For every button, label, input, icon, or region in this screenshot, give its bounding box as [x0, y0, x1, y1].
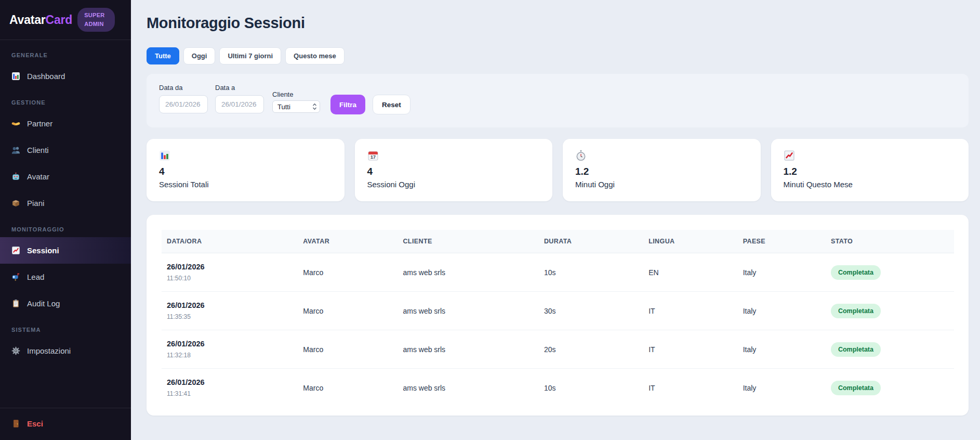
session-time: 11:32:18: [167, 352, 293, 359]
stopwatch-icon: [575, 150, 587, 161]
status-badge: Completata: [831, 342, 881, 357]
sidebar-item-piani[interactable]: Piani: [0, 190, 131, 216]
sidebar-item-label: Dashboard: [27, 72, 65, 81]
sidebar-item-label: Impostazioni: [27, 346, 71, 355]
tab-questo-mese[interactable]: Questo mese: [285, 47, 345, 64]
session-lingua: IT: [643, 292, 737, 330]
date-to-label: Data a: [215, 84, 264, 92]
column-header-durata: DURATA: [539, 230, 643, 253]
column-header-lingua: LINGUA: [643, 230, 737, 253]
date-to-field: Data a: [215, 84, 264, 113]
session-paese: Italy: [738, 330, 826, 369]
table-row: 26/01/202611:50:10 Marco ams web srls 10…: [162, 253, 954, 292]
session-date: 26/01/2026: [167, 263, 293, 271]
tab-tutte[interactable]: Tutte: [147, 47, 179, 64]
sidebar-item-lead[interactable]: Lead: [0, 264, 131, 290]
chart-up-icon: [784, 150, 795, 161]
select-chevrons-icon: [312, 103, 317, 110]
session-durata: 10s: [539, 369, 643, 407]
date-to-input[interactable]: [215, 95, 264, 113]
session-paese: Italy: [738, 292, 826, 330]
period-tabs: Tutte Oggi Ultimi 7 giorni Questo mese: [147, 47, 969, 64]
session-durata: 20s: [539, 330, 643, 369]
session-avatar: Marco: [298, 292, 398, 330]
sidebar-item-clienti[interactable]: Clienti: [0, 137, 131, 163]
session-cliente: ams web srls: [398, 330, 538, 369]
handshake-icon: [11, 119, 20, 128]
tab-ultimi-7-giorni[interactable]: Ultimi 7 giorni: [219, 47, 281, 64]
filtra-button[interactable]: Filtra: [330, 95, 365, 114]
session-time: 11:31:41: [167, 390, 293, 397]
bar-chart-icon: [159, 150, 170, 161]
stat-label: Sessioni Oggi: [367, 180, 540, 189]
tab-oggi[interactable]: Oggi: [183, 47, 216, 64]
session-durata: 10s: [539, 253, 643, 292]
session-paese: Italy: [738, 253, 826, 292]
sidebar-item-impostazioni[interactable]: Impostazioni: [0, 338, 131, 364]
date-from-input[interactable]: [159, 95, 208, 113]
table-row: 26/01/202611:31:41 Marco ams web srls 10…: [162, 369, 954, 407]
table-header-row: DATA/ORA AVATAR CLIENTE DURATA LINGUA PA…: [162, 230, 954, 253]
stat-label: Minuti Questo Mese: [784, 180, 957, 189]
session-lingua: EN: [643, 253, 737, 292]
stat-value: 1.2: [784, 166, 957, 177]
brand-name-accent: Card: [46, 13, 73, 27]
session-date: 26/01/2026: [167, 301, 293, 309]
stat-cards: 4 Sessioni Totali 17 4 Sessioni Oggi 1.2…: [147, 139, 969, 201]
brand-name: AvatarCard: [9, 13, 72, 27]
sidebar-item-label: Sessioni: [27, 246, 59, 255]
stat-label: Sessioni Totali: [159, 180, 332, 189]
status-badge: Completata: [831, 381, 881, 395]
sidebar-item-sessioni[interactable]: Sessioni: [0, 237, 131, 264]
table-row: 26/01/202611:35:35 Marco ams web srls 30…: [162, 292, 954, 330]
sidebar-item-partner[interactable]: Partner: [0, 110, 131, 137]
session-avatar: Marco: [298, 369, 398, 407]
client-select[interactable]: Tutti: [272, 100, 320, 113]
session-cliente: ams web srls: [398, 369, 538, 407]
session-date: 26/01/2026: [167, 340, 293, 348]
sidebar-item-label: Clienti: [27, 146, 49, 154]
table-row: 26/01/202611:32:18 Marco ams web srls 20…: [162, 330, 954, 369]
session-avatar: Marco: [298, 330, 398, 369]
session-time: 11:35:35: [167, 313, 293, 320]
session-avatar: Marco: [298, 253, 398, 292]
session-lingua: IT: [643, 369, 737, 407]
status-badge: Completata: [831, 304, 881, 318]
session-paese: Italy: [738, 369, 826, 407]
mailbox-icon: [11, 273, 20, 281]
sidebar-item-label: Piani: [27, 199, 44, 208]
logout-label: Esci: [27, 419, 43, 428]
sessions-table-card: DATA/ORA AVATAR CLIENTE DURATA LINGUA PA…: [147, 215, 969, 416]
reset-button[interactable]: Reset: [373, 95, 410, 114]
sidebar-item-avatar[interactable]: Avatar: [0, 163, 131, 190]
logout-button[interactable]: Esci: [0, 408, 131, 440]
main-content: Monitoraggio Sessioni Tutte Oggi Ultimi …: [131, 0, 980, 440]
sidebar-item-audit-log[interactable]: Audit Log: [0, 290, 131, 317]
app-logo: AvatarCard SUPER ADMIN: [0, 0, 131, 40]
session-lingua: IT: [643, 330, 737, 369]
column-header-cliente: CLIENTE: [398, 230, 538, 253]
page-title: Monitoraggio Sessioni: [147, 15, 969, 32]
bar-chart-icon: [11, 72, 20, 81]
sidebar-item-label: Lead: [27, 273, 44, 281]
column-header-stato: STATO: [826, 230, 954, 253]
package-icon: [11, 199, 20, 208]
date-from-field: Data da: [159, 84, 208, 113]
stat-value: 1.2: [575, 166, 748, 177]
sidebar-nav: GENERALE Dashboard GESTIONE Partner Clie…: [0, 40, 131, 408]
chart-up-icon: [11, 246, 20, 255]
session-durata: 30s: [539, 292, 643, 330]
filter-panel: Data da Data a Cliente Tutti Filtra Rese…: [147, 74, 969, 127]
nav-section-generale: GENERALE: [0, 42, 131, 63]
role-badge: SUPER ADMIN: [77, 8, 115, 32]
column-header-data-ora: DATA/ORA: [162, 230, 298, 253]
stat-label: Minuti Oggi: [575, 180, 748, 189]
client-label: Cliente: [272, 90, 320, 98]
client-field: Cliente Tutti: [272, 90, 320, 113]
sidebar-item-label: Partner: [27, 119, 52, 128]
door-icon: [11, 419, 20, 428]
nav-section-gestione: GESTIONE: [0, 89, 131, 110]
sidebar-item-dashboard[interactable]: Dashboard: [0, 63, 131, 89]
gear-icon: [11, 346, 20, 355]
sidebar: AvatarCard SUPER ADMIN GENERALE Dashboar…: [0, 0, 131, 440]
